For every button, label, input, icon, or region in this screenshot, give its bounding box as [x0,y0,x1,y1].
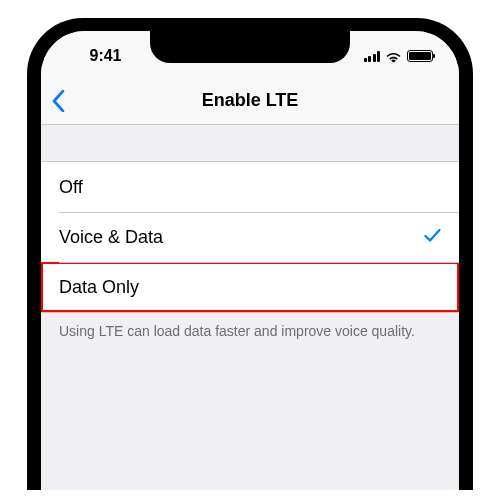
option-data-only[interactable]: Data Only [41,262,459,312]
option-voice-and-data[interactable]: Voice & Data [41,212,459,262]
notch [150,31,350,63]
options-list: Off Voice & Data Data Only [41,161,459,313]
option-label: Data Only [59,277,139,298]
navigation-bar: Enable LTE [41,77,459,125]
checkmark-icon [424,227,441,248]
option-label: Off [59,177,83,198]
screen: 9:41 Enable LTE [41,31,459,490]
cellular-signal-icon [364,51,381,62]
footer-description: Using LTE can load data faster and impro… [41,313,459,349]
option-off[interactable]: Off [41,162,459,212]
page-title: Enable LTE [41,90,459,111]
battery-icon [407,50,433,62]
status-time: 9:41 [49,47,152,65]
content-area: Off Voice & Data Data Only Using LTE can… [41,125,459,349]
wifi-icon [385,50,402,63]
phone-frame: 9:41 Enable LTE [27,18,473,490]
option-label: Voice & Data [59,227,163,248]
status-indicators [352,50,451,63]
back-button[interactable] [51,90,66,112]
